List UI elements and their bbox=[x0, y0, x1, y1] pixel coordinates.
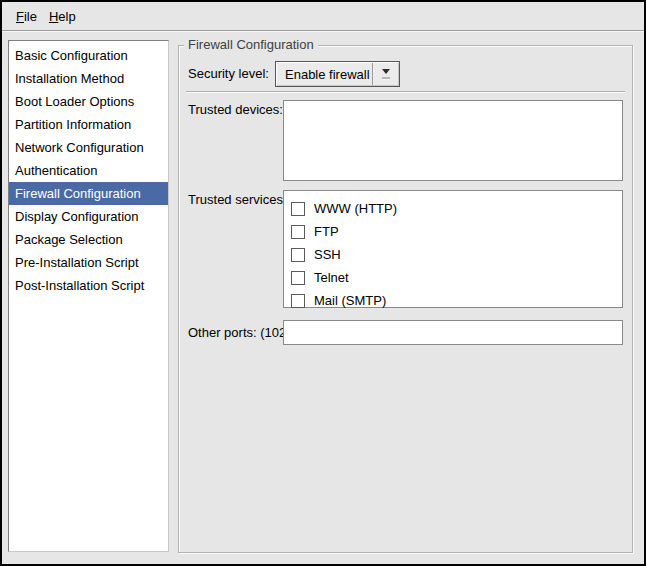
frame-title: Firewall Configuration bbox=[184, 37, 318, 53]
checkbox-telnet[interactable] bbox=[291, 271, 305, 285]
checkbox-label: SSH bbox=[314, 247, 341, 262]
horizontal-separator bbox=[186, 91, 625, 93]
checkbox-label: Telnet bbox=[314, 270, 349, 285]
checkbox-mail[interactable] bbox=[291, 294, 305, 308]
menu-bar: File Help bbox=[2, 2, 644, 31]
sidebar-item[interactable]: Basic Configuration bbox=[9, 44, 168, 67]
sidebar-item[interactable]: Firewall Configuration bbox=[9, 182, 168, 205]
sidebar-item[interactable]: Post-Installation Script bbox=[9, 274, 168, 297]
trusted-devices-label: Trusted devices: bbox=[188, 102, 283, 118]
service-row-telnet[interactable]: Telnet bbox=[291, 266, 622, 289]
security-level-label: Security level: bbox=[188, 66, 269, 82]
menu-file[interactable]: File bbox=[10, 6, 43, 27]
firewall-configuration-frame: Firewall Configuration Security level: E… bbox=[178, 45, 633, 553]
checkbox-ftp[interactable] bbox=[291, 225, 305, 239]
kickstart-configurator-window: File Help Basic Configuration Installati… bbox=[0, 0, 646, 566]
service-row-mail[interactable]: Mail (SMTP) bbox=[291, 289, 622, 312]
sidebar-item[interactable]: Network Configuration bbox=[9, 136, 168, 159]
service-row-ftp[interactable]: FTP bbox=[291, 220, 622, 243]
sidebar-item[interactable]: Boot Loader Options bbox=[9, 90, 168, 113]
checkbox-label: WWW (HTTP) bbox=[314, 201, 397, 216]
security-level-dropdown[interactable]: Enable firewall bbox=[275, 61, 400, 87]
trusted-devices-list[interactable] bbox=[283, 100, 623, 181]
sidebar-item[interactable]: Authentication bbox=[9, 159, 168, 182]
service-row-www[interactable]: WWW (HTTP) bbox=[291, 197, 622, 220]
other-ports-input[interactable] bbox=[283, 320, 623, 345]
checkbox-label: FTP bbox=[314, 224, 339, 239]
menu-help[interactable]: Help bbox=[43, 6, 82, 27]
checkbox-ssh[interactable] bbox=[291, 248, 305, 262]
sidebar-item[interactable]: Partition Information bbox=[9, 113, 168, 136]
checkbox-www[interactable] bbox=[291, 202, 305, 216]
trusted-services-list: WWW (HTTP) FTP SSH Telnet Mail (SMTP) bbox=[283, 190, 623, 308]
service-row-ssh[interactable]: SSH bbox=[291, 243, 622, 266]
trusted-services-label: Trusted services: bbox=[188, 192, 287, 208]
section-list: Basic Configuration Installation Method … bbox=[8, 40, 169, 552]
combo-arrow-icon bbox=[373, 62, 399, 86]
checkbox-label: Mail (SMTP) bbox=[314, 293, 386, 308]
sidebar-item[interactable]: Package Selection bbox=[9, 228, 168, 251]
security-level-value: Enable firewall bbox=[276, 67, 372, 82]
sidebar-item[interactable]: Display Configuration bbox=[9, 205, 168, 228]
sidebar-item[interactable]: Pre-Installation Script bbox=[9, 251, 168, 274]
sidebar-item[interactable]: Installation Method bbox=[9, 67, 168, 90]
